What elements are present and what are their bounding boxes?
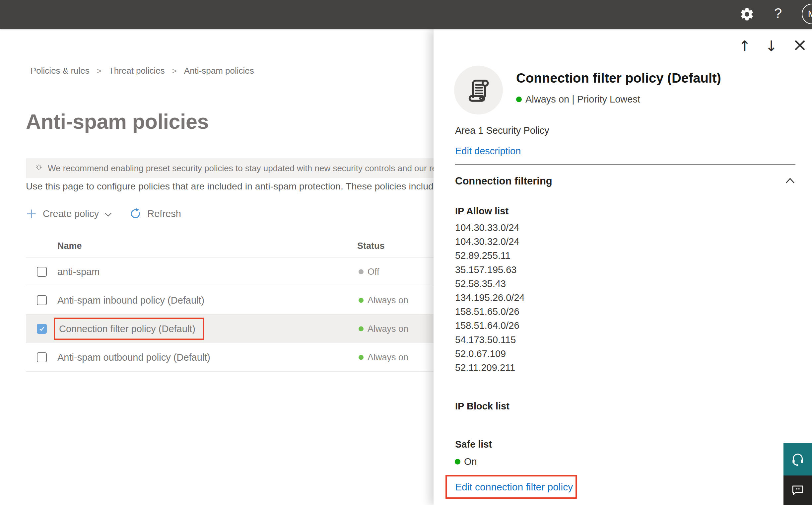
scroll-policy-icon (465, 76, 492, 104)
refresh-button[interactable]: Refresh (129, 208, 181, 220)
divider (455, 164, 795, 165)
row-checkbox[interactable] (37, 267, 47, 277)
flyout-status-text: Always on | Priority Lowest (526, 94, 640, 105)
ip-allow-list: 104.30.33.0/24 104.30.32.0/24 52.89.255.… (455, 221, 525, 375)
policy-name: Anti-spam inbound policy (Default) (57, 295, 204, 306)
status-label: Always on (368, 352, 408, 362)
row-checkbox[interactable] (37, 295, 47, 305)
status-dot-green (455, 459, 460, 465)
ip-allow-list-title: IP Allow list (455, 206, 509, 217)
policy-avatar (454, 66, 503, 115)
lightbulb-icon (34, 164, 43, 173)
row-checkbox-checked[interactable] (37, 324, 47, 334)
close-icon[interactable]: × (792, 34, 807, 55)
breadcrumb: Policies & rules>Threat policies>Anti-sp… (30, 66, 254, 76)
command-bar: Create policy Refresh (26, 204, 181, 223)
refresh-icon (129, 208, 141, 220)
settings-gear-icon[interactable] (739, 7, 755, 22)
create-policy-label: Create policy (43, 208, 99, 219)
section-connection-filtering: Connection filtering (455, 175, 552, 187)
breadcrumb-policies-rules[interactable]: Policies & rules (30, 66, 89, 76)
headset-icon (790, 452, 805, 467)
breadcrumb-threat-policies[interactable]: Threat policies (109, 66, 165, 76)
support-button[interactable] (784, 443, 812, 476)
app-window: ? M Policies & rules>Threat policies>Ant… (0, 0, 812, 505)
plus-icon (26, 208, 37, 219)
policy-details-flyout: ↑ ↓ × Connection filter policy (Default)… (433, 29, 812, 505)
safe-list-title: Safe list (455, 439, 492, 450)
feedback-chat-icon (791, 483, 805, 497)
ip-entry: 54.173.50.115 (455, 333, 525, 347)
status-label: Always on (368, 295, 408, 305)
status-label: Always on (368, 324, 408, 334)
status-dot-on (359, 326, 364, 331)
policy-description: Area 1 Security Policy (455, 125, 549, 136)
ip-entry: 52.58.35.43 (455, 277, 525, 291)
checkmark-icon (39, 326, 45, 332)
ip-entry: 104.30.32.0/24 (455, 234, 525, 248)
ip-entry: 158.51.64.0/26 (455, 319, 525, 332)
policy-name: anti-spam (57, 266, 99, 277)
safe-list-status-text: On (464, 456, 477, 467)
status-dot-off (359, 269, 364, 274)
column-header-status[interactable]: Status (357, 241, 385, 251)
ip-entry: 104.30.33.0/24 (455, 221, 525, 234)
policy-name: Anti-spam outbound policy (Default) (57, 352, 210, 363)
ip-entry: 35.157.195.63 (455, 263, 525, 277)
ip-entry: 52.11.209.211 (455, 361, 525, 375)
refresh-label: Refresh (147, 208, 181, 219)
status-label: Off (368, 267, 380, 277)
edit-description-link[interactable]: Edit description (455, 146, 521, 157)
chevron-up-icon[interactable] (785, 177, 795, 184)
page-title: Anti-spam policies (26, 110, 209, 133)
status-dot-on (359, 355, 364, 360)
next-item-arrow-icon[interactable]: ↓ (765, 37, 778, 54)
ip-entry: 134.195.26.0/24 (455, 291, 525, 305)
account-avatar[interactable]: M (802, 4, 812, 24)
help-icon[interactable]: ? (774, 5, 782, 21)
previous-item-arrow-icon[interactable]: ↑ (739, 37, 751, 54)
breadcrumb-anti-spam[interactable]: Anti-spam policies (184, 66, 254, 76)
ip-entry: 52.89.255.11 (455, 248, 525, 263)
feedback-button[interactable] (784, 476, 812, 505)
status-dot-on (359, 298, 364, 303)
safe-list-status: On (455, 456, 477, 467)
breadcrumb-separator: > (172, 66, 177, 75)
create-policy-button[interactable]: Create policy (26, 208, 112, 219)
ip-entry: 52.0.67.109 (455, 347, 525, 361)
edit-connection-filter-highlight-box: Edit connection filter policy (445, 475, 577, 499)
ip-block-list-title: IP Block list (455, 401, 510, 412)
row-checkbox[interactable] (37, 352, 47, 362)
column-header-name[interactable]: Name (57, 241, 82, 251)
flyout-title: Connection filter policy (Default) (516, 71, 721, 86)
ip-entry: 158.51.65.0/26 (455, 305, 525, 319)
status-dot-green (516, 97, 522, 102)
policy-name-highlighted: Connection filter policy (Default) (54, 318, 204, 340)
top-app-bar: ? M (0, 0, 812, 29)
chevron-down-icon (104, 212, 112, 217)
flyout-status: Always on | Priority Lowest (516, 94, 640, 105)
breadcrumb-separator: > (97, 66, 102, 75)
edit-connection-filter-policy-link[interactable]: Edit connection filter policy (455, 481, 573, 493)
banner-text: We recommend enabling preset security po… (48, 163, 465, 174)
